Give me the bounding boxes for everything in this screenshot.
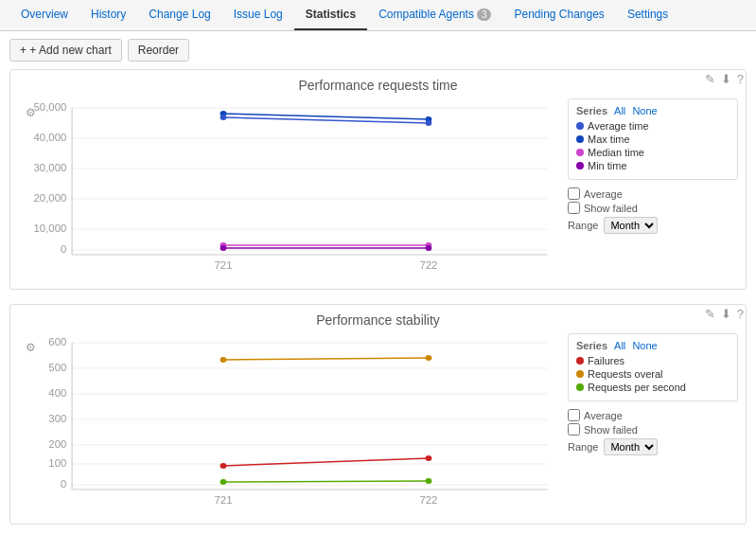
tab-overview[interactable]: Overview [9, 0, 79, 30]
chart1-icons: ✎ ⬇ ? [705, 72, 744, 86]
chart1-gear-icon[interactable]: ⚙ [26, 106, 36, 119]
chart1-average-label[interactable]: Average [568, 187, 738, 200]
chart1-average-checkbox[interactable] [568, 187, 580, 200]
chart1-edit-icon[interactable]: ✎ [705, 72, 715, 86]
chart2-show-failed-checkbox[interactable] [568, 423, 580, 436]
requests-overal-dot [576, 370, 584, 378]
chart2-controls: Average Show failed Range Month Week Day [568, 409, 738, 455]
min-time-dot [576, 162, 584, 169]
svg-point-27 [426, 245, 432, 251]
chart2-show-failed-label[interactable]: Show failed [568, 423, 738, 436]
chart1-area: ⚙ 50,000 40,000 30,000 20,000 10,000 0 [18, 98, 738, 281]
chart1-range-row: Range Month Week Day [568, 217, 738, 234]
series-item: Average time [576, 120, 730, 132]
chart2-series-none[interactable]: None [632, 340, 657, 351]
min-time-label: Min time [588, 160, 627, 171]
chart1-controls: Average Show failed Range Month Week Day [568, 187, 738, 234]
svg-point-53 [220, 463, 227, 469]
tab-settings[interactable]: Settings [616, 0, 679, 30]
svg-text:722: 722 [419, 260, 437, 271]
chart2-range-select[interactable]: Month Week Day [604, 438, 658, 455]
chart1-svg: 50,000 40,000 30,000 20,000 10,000 0 721… [18, 98, 558, 278]
chart2-range-text: Range [568, 441, 598, 453]
tab-pending-changes[interactable]: Pending Changes [502, 0, 615, 30]
chart1-series-all[interactable]: All [614, 105, 625, 116]
chart1-help-icon[interactable]: ? [737, 72, 744, 86]
svg-text:100: 100 [48, 458, 66, 469]
svg-point-21 [426, 120, 432, 126]
chart2-series-header: Series All None [576, 340, 730, 351]
tab-changelog[interactable]: Change Log [137, 0, 221, 30]
tab-compatible-agents[interactable]: Compatible Agents3 [367, 0, 502, 30]
median-time-label: Median time [588, 147, 644, 158]
chart2-average-checkbox[interactable] [568, 409, 580, 421]
max-time-label: Max time [588, 134, 630, 145]
failures-label: Failures [588, 355, 624, 366]
chart2-title: Performance stability [18, 312, 738, 328]
requests-per-second-dot [576, 383, 584, 391]
tab-issuelog[interactable]: Issue Log [222, 0, 294, 30]
svg-text:10,000: 10,000 [33, 223, 66, 234]
failures-dot [576, 357, 584, 365]
chart2-series-panel: Series All None Failures Requests overal… [568, 333, 738, 401]
svg-point-26 [220, 245, 227, 251]
chart2-icons: ✎ ⬇ ? [705, 307, 744, 321]
svg-text:50,000: 50,000 [33, 102, 66, 113]
series-item: Median time [576, 147, 730, 158]
svg-text:0: 0 [61, 479, 66, 490]
chart1-right: Series All None Average time Max time Me… [568, 98, 738, 281]
chart2-gear-icon[interactable]: ⚙ [26, 341, 36, 354]
svg-line-52 [223, 458, 429, 466]
svg-text:200: 200 [48, 439, 66, 450]
chart2-left: ⚙ 600 500 400 300 200 100 0 [18, 333, 558, 516]
svg-point-51 [426, 478, 432, 484]
chart2-download-icon[interactable]: ⬇ [721, 307, 731, 321]
svg-text:40,000: 40,000 [33, 133, 66, 143]
series-item: Requests per second [576, 382, 730, 393]
tab-history[interactable]: History [79, 0, 137, 30]
avg-time-label: Average time [588, 120, 649, 132]
chart1-range-text: Range [568, 220, 598, 231]
svg-line-46 [223, 358, 429, 360]
svg-text:0: 0 [61, 244, 66, 255]
chart2-right: Series All None Failures Requests overal… [568, 333, 738, 516]
series-item: Min time [576, 160, 730, 171]
svg-text:600: 600 [48, 337, 66, 347]
svg-point-48 [426, 355, 432, 361]
add-chart-button[interactable]: + Add new chart [9, 39, 122, 62]
requests-overal-label: Requests overal [588, 368, 663, 380]
series-item: Max time [576, 134, 730, 145]
chart2-series-all[interactable]: All [614, 340, 625, 351]
chart2-range-row: Range Month Week Day [568, 438, 738, 455]
requests-per-second-label: Requests per second [588, 382, 686, 393]
svg-text:500: 500 [48, 363, 66, 373]
compatible-agents-badge: 3 [477, 9, 492, 21]
chart1-series-none[interactable]: None [632, 105, 657, 116]
chart2-svg: 600 500 400 300 200 100 0 721 722 [18, 333, 558, 513]
chart2-help-icon[interactable]: ? [737, 307, 744, 321]
chart1-series-panel: Series All None Average time Max time Me… [568, 98, 738, 180]
chart1-download-icon[interactable]: ⬇ [721, 72, 731, 86]
chart1-series-header: Series All None [576, 105, 730, 116]
svg-point-54 [426, 455, 432, 461]
series-item: Requests overal [576, 368, 730, 380]
tab-statistics[interactable]: Statistics [294, 0, 367, 30]
reorder-button[interactable]: Reorder [128, 39, 189, 62]
svg-point-50 [220, 479, 227, 485]
svg-text:721: 721 [214, 260, 232, 271]
chart2-edit-icon[interactable]: ✎ [705, 307, 715, 321]
series-item: Failures [576, 355, 730, 366]
median-time-dot [576, 149, 584, 156]
chart1-show-failed-checkbox[interactable] [568, 202, 580, 214]
svg-text:722: 722 [419, 495, 437, 506]
chart1-show-failed-label[interactable]: Show failed [568, 202, 738, 214]
svg-text:20,000: 20,000 [33, 193, 66, 204]
avg-time-dot [576, 122, 584, 130]
chart1-range-select[interactable]: Month Week Day [604, 217, 658, 234]
svg-text:400: 400 [48, 388, 66, 399]
chart2-average-label[interactable]: Average [568, 409, 738, 421]
svg-point-47 [220, 357, 227, 363]
chart1-title: Performance requests time [18, 78, 738, 93]
tab-bar: Overview History Change Log Issue Log St… [0, 0, 756, 31]
svg-line-49 [223, 481, 429, 482]
